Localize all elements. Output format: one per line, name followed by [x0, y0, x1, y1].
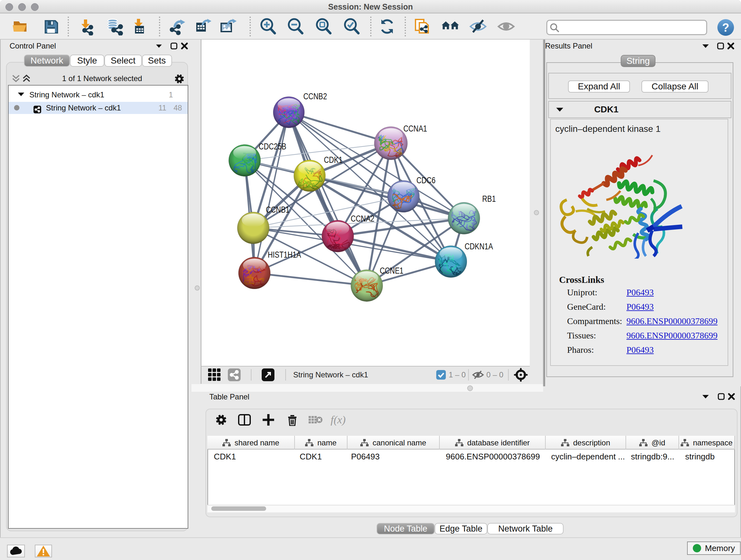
svg-text:CCNE1: CCNE1 [380, 266, 403, 275]
svg-text:CDK1: CDK1 [324, 155, 342, 165]
svg-text:CDC6: CDC6 [416, 176, 435, 185]
svg-text:CCNB2: CCNB2 [303, 91, 327, 101]
svg-text:CCNA1: CCNA1 [403, 124, 427, 133]
svg-text:CDKN1A: CDKN1A [465, 242, 493, 251]
svg-text:HIST1H1A: HIST1H1A [268, 250, 301, 260]
svg-text:CCNA2: CCNA2 [351, 214, 374, 224]
svg-text:RB1: RB1 [482, 194, 496, 204]
svg-text:CCNB1: CCNB1 [266, 205, 289, 214]
svg-text:CDC25B: CDC25B [259, 142, 286, 151]
